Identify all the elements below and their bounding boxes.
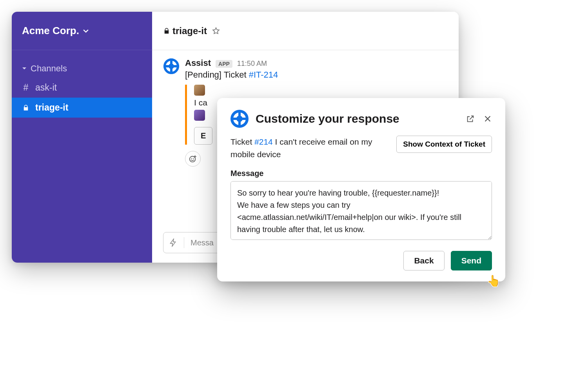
user-avatar <box>194 85 205 96</box>
star-icon <box>212 27 220 35</box>
add-reaction-button[interactable] <box>185 151 201 167</box>
ticket-link[interactable]: #214 <box>254 137 273 146</box>
channel-label: triage-it <box>35 102 68 113</box>
app-avatar <box>163 58 180 74</box>
close-button[interactable] <box>483 114 492 123</box>
workspace-name: Acme Corp. <box>22 25 79 37</box>
customize-response-dialog: Customize your response Ticket #214 I ca… <box>217 98 505 281</box>
attachment-action-button[interactable]: E <box>194 127 212 145</box>
bolt-icon <box>169 238 178 247</box>
message-author: Assist <box>185 58 211 68</box>
chevron-down-icon <box>83 28 89 34</box>
back-button[interactable]: Back <box>403 251 444 270</box>
lifebuoy-icon <box>163 58 179 74</box>
channels-section-header[interactable]: Channels <box>12 60 152 78</box>
close-icon <box>483 114 492 123</box>
caret-down-icon <box>22 66 27 71</box>
channel-header: triage-it <box>152 12 459 50</box>
workspace-switcher[interactable]: Acme Corp. <box>12 12 152 50</box>
dialog-app-icon <box>230 110 249 128</box>
user-avatar <box>194 110 205 121</box>
message-time: 11:50 AM <box>237 60 267 68</box>
smile-plus-icon <box>189 154 197 163</box>
lifebuoy-icon <box>230 110 249 128</box>
open-external-button[interactable] <box>466 114 475 123</box>
external-link-icon <box>466 114 475 123</box>
channel-label: ask-it <box>35 82 57 93</box>
message-textarea[interactable] <box>230 181 492 240</box>
star-button[interactable] <box>212 27 220 35</box>
ticket-summary: Ticket #214 I can't receive email on my … <box>230 136 388 160</box>
channel-item-ask-it[interactable]: # ask-it <box>12 78 152 98</box>
app-badge: APP <box>216 60 232 68</box>
lock-icon <box>22 104 30 111</box>
send-button[interactable]: Send <box>451 251 492 270</box>
show-context-button[interactable]: Show Context of Ticket <box>396 136 492 153</box>
lock-icon <box>163 27 170 34</box>
svg-point-0 <box>190 156 196 162</box>
message-field-label: Message <box>230 169 492 178</box>
svg-point-1 <box>191 158 192 159</box>
channel-item-triage-it[interactable]: triage-it <box>12 98 152 118</box>
hash-icon: # <box>22 82 30 93</box>
channel-name: triage-it <box>172 25 207 36</box>
divider <box>184 237 184 248</box>
channels-section-label: Channels <box>31 64 67 74</box>
channel-title[interactable]: triage-it <box>163 25 207 36</box>
sidebar: Acme Corp. Channels # ask-it triage-it <box>12 12 152 263</box>
message-text: [Pending] Ticket #IT-214 <box>185 70 448 80</box>
dialog-title: Customize your response <box>256 112 459 125</box>
ticket-link[interactable]: #IT-214 <box>249 70 278 80</box>
channels-section: Channels # ask-it triage-it <box>12 50 152 118</box>
svg-point-2 <box>193 158 194 159</box>
